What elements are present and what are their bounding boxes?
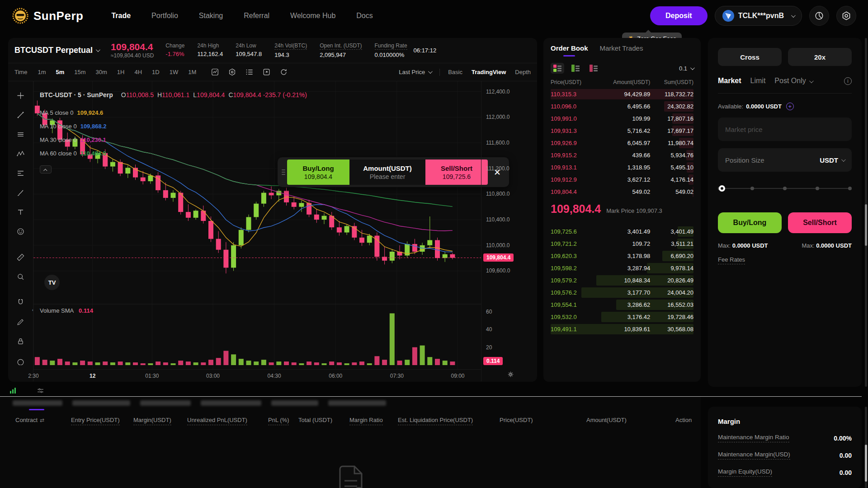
slider-dot[interactable]	[848, 187, 852, 190]
clipped-tab[interactable]	[328, 400, 386, 406]
column-est-liquidation-price-usdt[interactable]: Est. Liquidation Price(USDT)	[398, 417, 473, 425]
book-view-bids-button[interactable]	[569, 63, 582, 74]
axis-settings-icon[interactable]	[507, 371, 514, 380]
margin-mode-button[interactable]: Cross	[718, 48, 782, 66]
column-unrealized-pnl-usdt[interactable]: Unrealized PnL(USDT)	[187, 417, 247, 425]
clipped-tab[interactable]	[72, 400, 130, 406]
text-tool[interactable]	[13, 204, 28, 220]
market-price-input[interactable]	[725, 126, 844, 133]
ask-row[interactable]: 109,915.2439.665,934.76	[551, 149, 693, 161]
sell-short-button[interactable]: Sell/Short	[788, 212, 852, 233]
bid-row[interactable]: 109,620.33,178.986,690.20	[551, 250, 693, 262]
deposit-button[interactable]: Deposit	[650, 6, 708, 25]
precision-dropdown[interactable]: 0.1	[679, 65, 693, 72]
bid-row[interactable]: 109,532.03,176.4219,728.46	[551, 311, 693, 323]
chart-plot-area[interactable]: BTC-USDT · 5 · SunPerp O110,008.5H110,06…	[33, 81, 481, 381]
snapshot-button[interactable]	[277, 66, 290, 79]
trend-line-tool[interactable]	[13, 107, 28, 122]
nav-item-trade[interactable]: Trade	[111, 12, 131, 20]
ruler-tool[interactable]	[13, 249, 28, 265]
overlay-amount-field[interactable]: Amount(USDT) Please enter	[349, 160, 425, 185]
settings-button[interactable]	[836, 6, 856, 26]
slider-knob[interactable]	[719, 185, 725, 192]
time-axis[interactable]: 2:301201:3003:0004:3006:0007:3009:00	[33, 369, 481, 381]
price-axis[interactable]: 112,400.0112,000.0111,600.0111,200.0110,…	[481, 81, 537, 381]
clipped-tab[interactable]	[201, 400, 261, 406]
order-overlay-drag-handle[interactable]	[280, 160, 287, 185]
chart-style-button[interactable]	[208, 66, 221, 79]
column-amount-usdt[interactable]: Amount(USDT)	[586, 417, 627, 423]
ask-row[interactable]: 110,315.394,429.89118,732.72	[551, 88, 693, 100]
bid-row[interactable]: 109,491.110,839.6130,568.08	[551, 323, 693, 335]
parallel-lines-tool[interactable]	[13, 127, 28, 142]
book-view-both-button[interactable]	[551, 63, 564, 74]
sort-arrows-icon[interactable]: ⇄	[40, 417, 44, 423]
timeframe-1m[interactable]: 1M	[184, 67, 200, 77]
emoji-tool[interactable]	[13, 224, 28, 239]
nav-item-welcome-hub[interactable]: Welcome Hub	[290, 12, 335, 20]
nav-item-referral[interactable]: Referral	[244, 12, 269, 20]
column-price-usdt[interactable]: Price(USDT)	[500, 417, 533, 423]
column-margin-usdt[interactable]: Margin(USDT)	[133, 417, 171, 425]
mini-bars-icon[interactable]	[9, 387, 17, 394]
slider-dot[interactable]	[750, 187, 754, 190]
ask-row[interactable]: 109,991.0109.9917,807.16	[551, 113, 693, 125]
info-icon[interactable]: i	[844, 77, 852, 85]
symbol-selector[interactable]: BTCUSDT Perpetual	[14, 46, 99, 55]
indicators-button[interactable]	[226, 66, 238, 79]
book-view-asks-button[interactable]	[587, 63, 600, 74]
view-depth[interactable]: Depth	[515, 69, 531, 75]
column-entry-price-usdt[interactable]: Entry Price(USDT)	[71, 417, 120, 425]
mid-last-price[interactable]: 109,804.4	[551, 202, 601, 216]
column-margin-ratio[interactable]: Margin Ratio	[349, 417, 383, 425]
column-action[interactable]: Action	[675, 417, 692, 423]
timeframe-1d[interactable]: 1D	[148, 67, 164, 77]
ask-row[interactable]: 109,804.4549.02549.02	[551, 186, 693, 198]
position-size-slider[interactable]	[720, 185, 850, 192]
add-funds-icon[interactable]: +	[786, 103, 794, 110]
fee-rates-link[interactable]: Fee Rates	[718, 256, 745, 264]
price-source-dropdown[interactable]: Last Price	[399, 69, 431, 75]
buy-long-button[interactable]: Buy/Long	[718, 212, 782, 233]
xabcd-pattern-tool[interactable]	[13, 146, 28, 161]
tradingview-logo[interactable]: TV	[44, 275, 60, 290]
more-tool[interactable]	[13, 353, 28, 368]
lock-tool[interactable]	[13, 333, 28, 349]
timeframe-1m[interactable]: 1m	[33, 67, 50, 77]
bid-row[interactable]: 109,554.13,286.6216,552.03	[551, 299, 693, 311]
ask-row[interactable]: 109,912.93,627.124,176.14	[551, 174, 693, 186]
tab-market-trades[interactable]: Market Trades	[600, 44, 643, 56]
bid-row[interactable]: 109,579.210,848.3420,826.49	[551, 274, 693, 286]
nav-item-staking[interactable]: Staking	[199, 12, 223, 20]
brand[interactable]: SunPerp	[12, 7, 83, 24]
position-size-input[interactable]	[725, 156, 820, 164]
timeframe-1h[interactable]: 1H	[113, 67, 129, 77]
tab-order-book[interactable]: Order Book	[551, 44, 588, 56]
zoom-tool[interactable]	[13, 269, 28, 284]
timeframe-30m[interactable]: 30m	[92, 67, 111, 77]
order-type-limit[interactable]: Limit	[750, 77, 766, 85]
column-total-usdt[interactable]: Total (USDT)	[298, 417, 332, 423]
fullscreen-button[interactable]	[260, 66, 273, 79]
ask-row[interactable]: 110,096.06,495.6624,302.82	[551, 100, 693, 113]
clipped-tab[interactable]	[140, 400, 191, 406]
timeframe-15m[interactable]: 15m	[70, 67, 90, 77]
brush-tool[interactable]	[13, 185, 28, 200]
view-tradingview[interactable]: TradingView	[472, 69, 506, 75]
fib-retracement-tool[interactable]	[13, 165, 28, 181]
crosshair-tool[interactable]	[13, 88, 28, 103]
column-contract[interactable]: Contract⇄	[15, 417, 44, 423]
layout-sliders-icon[interactable]	[37, 387, 44, 394]
timeframe-5m[interactable]: 5m	[52, 67, 68, 77]
overlay-sell-button[interactable]: Sell/Short 109,725.6	[425, 160, 488, 185]
bid-row[interactable]: 109,721.2109.723,511.21	[551, 238, 693, 250]
trade-panel-scrollbar-thumb[interactable]	[865, 204, 867, 246]
bid-row[interactable]: 109,598.23,287.949,978.14	[551, 262, 693, 274]
clipped-tab[interactable]	[13, 400, 62, 406]
margin-panel-scrollbar-thumb[interactable]	[865, 445, 867, 482]
view-basic[interactable]: Basic	[448, 69, 462, 75]
leverage-button[interactable]: 20x	[788, 48, 852, 66]
timeframe-4h[interactable]: 4H	[130, 67, 146, 77]
overlay-buy-button[interactable]: Buy/Long 109,804.4	[287, 160, 349, 185]
bid-row[interactable]: 109,576.23,177.7024,004.20	[551, 286, 693, 299]
